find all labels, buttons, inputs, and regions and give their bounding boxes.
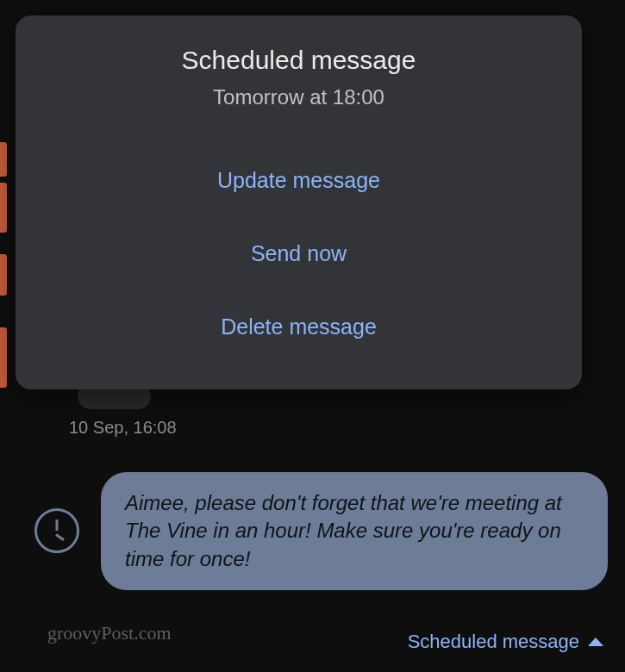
watermark-text: groovyPost.com [47,622,172,644]
dialog-subtitle: Tomorrow at 18:00 [41,85,556,109]
scheduled-status-toggle[interactable]: Scheduled message [408,631,603,653]
caret-up-icon [588,638,603,646]
edge-decoration [0,142,7,177]
clock-icon [34,508,79,553]
delete-message-button[interactable]: Delete message [41,290,556,364]
scheduled-message-row[interactable]: Aimee, please don't forget that we're me… [34,472,608,590]
edge-decoration [0,183,7,233]
update-message-button[interactable]: Update message [41,144,556,217]
edge-decoration [0,327,7,388]
edge-decoration [0,254,7,296]
scheduled-status-label: Scheduled message [408,631,579,653]
scheduled-message-dialog: Scheduled message Tomorrow at 18:00 Upda… [16,16,582,389]
message-timestamp: 10 Sep, 16:08 [69,418,177,438]
send-now-button[interactable]: Send now [41,217,556,290]
dialog-title: Scheduled message [41,46,556,75]
scheduled-message-bubble[interactable]: Aimee, please don't forget that we're me… [101,472,608,590]
